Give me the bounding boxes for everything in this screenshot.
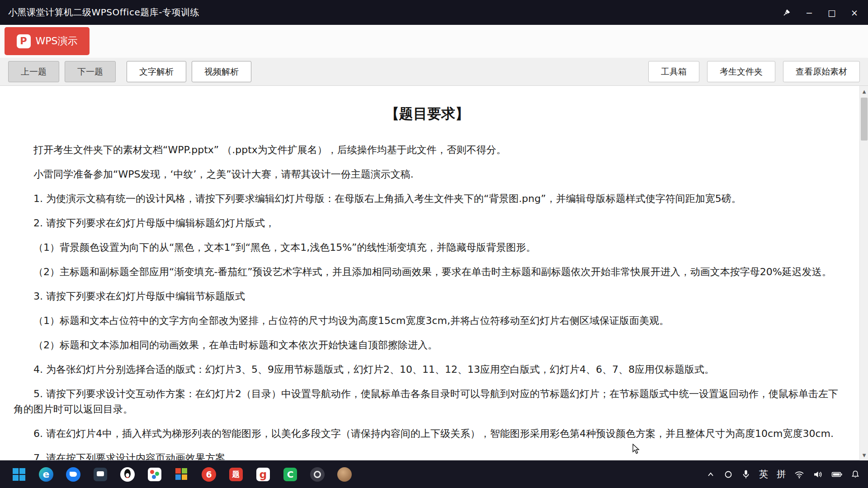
maximize-button[interactable]: □ <box>826 7 837 18</box>
language-english-indicator[interactable]: 英 <box>759 468 768 480</box>
paragraph: 1. 为使演示文稿有统一的设计风格，请按下列要求编辑幻灯片母版：在母版右上角插入… <box>14 191 841 206</box>
scroll-up-icon[interactable]: ▲ <box>860 87 868 96</box>
paragraph: 5. 请按下列要求设计交互动作方案：在幻灯片2（目录）中设置导航动作，使鼠标单击… <box>14 386 841 417</box>
paragraph: 小雷同学准备参加“WPS发现，‘中纹’，之美”设计大赛，请帮其设计一份主题演示文… <box>14 167 841 182</box>
question-body: 打开考生文件夹下的素材文档“WPP.pptx” （.pptx为文件扩展名），后续… <box>14 142 841 460</box>
question-content: 【题目要求】 打开考生文件夹下的素材文档“WPP.pptx” （.pptx为文件… <box>0 86 868 460</box>
paragraph: 3. 请按下列要求在幻灯片母版中编辑节标题版式 <box>14 289 841 304</box>
paragraph: 7. 请在按下列要求设计内容页动画效果方案 <box>14 450 841 460</box>
taskbar-app-icons: e 6 题 g C <box>0 460 358 488</box>
c-app-icon[interactable]: C <box>277 460 304 488</box>
windows-start-icon[interactable] <box>5 460 33 488</box>
obs-icon[interactable] <box>304 460 331 488</box>
next-question-button[interactable]: 下一题 <box>65 61 116 82</box>
paragraph: （1）背景颜色设置为向下的从“黑色，文本1”到“黑色，文本1,浅色15%”的线性… <box>14 240 841 255</box>
window-controls: − □ × <box>781 7 860 18</box>
view-material-button[interactable]: 查看原始素材 <box>783 61 860 82</box>
language-pinyin-indicator[interactable]: 拼 <box>777 468 786 480</box>
window-title: 小黑课堂计算机二级WPSOffice题库-专项训练 <box>8 6 199 19</box>
search-icon[interactable] <box>724 470 733 479</box>
close-button[interactable]: × <box>849 7 860 18</box>
battery-icon[interactable] <box>831 470 842 479</box>
user-avatar-icon[interactable] <box>331 460 358 488</box>
vertical-scrollbar[interactable]: ▲ ▼ <box>859 86 868 460</box>
browser-360-icon[interactable]: 6 <box>195 460 222 488</box>
windows-taskbar: e 6 题 g C <box>0 460 868 488</box>
text-analysis-button[interactable]: 文字解析 <box>127 61 186 82</box>
question-nav-group: 上一题 下一题 <box>8 61 116 82</box>
app-header: P WPS演示 上一题 下一题 文字解析 视频解析 工具箱 考生文件夹 查看原始… <box>0 25 868 86</box>
notification-bell-icon[interactable] <box>851 470 860 479</box>
tab-label: WPS演示 <box>36 34 78 48</box>
window-titlebar: 小黑课堂计算机二级WPSOffice题库-专项训练 − □ × <box>0 0 868 25</box>
paragraph: 打开考生文件夹下的素材文档“WPP.pptx” （.pptx为文件扩展名），后续… <box>14 142 841 158</box>
chat-dots-app-icon[interactable] <box>141 460 168 488</box>
toolbox-button[interactable]: 工具箱 <box>648 61 699 82</box>
pinwheel-app-icon[interactable] <box>168 460 195 488</box>
g-app-icon[interactable]: g <box>250 460 277 488</box>
dingtalk-icon[interactable] <box>60 460 87 488</box>
microphone-icon[interactable] <box>741 469 750 479</box>
minimize-button[interactable]: − <box>804 7 815 18</box>
tab-wps-presentation[interactable]: P WPS演示 <box>5 27 90 55</box>
qq-icon[interactable] <box>114 460 141 488</box>
wifi-icon[interactable] <box>794 470 804 479</box>
toolbar: 上一题 下一题 文字解析 视频解析 工具箱 考生文件夹 查看原始素材 <box>0 58 868 86</box>
paragraph: （1）标题和文本占位符中的文字方向全部改为竖排，占位符的尺寸均设为高度15cm宽… <box>14 313 841 328</box>
edge-browser-icon[interactable]: e <box>33 460 60 488</box>
paragraph: 4. 为各张幻灯片分别选择合适的版式：幻灯片3、5、9应用节标题版式，幻灯片2、… <box>14 362 841 377</box>
volume-icon[interactable] <box>813 470 823 479</box>
exam-folder-button[interactable]: 考生文件夹 <box>707 61 775 82</box>
chevron-up-icon[interactable] <box>706 470 715 479</box>
tiku-app-icon[interactable]: 题 <box>222 460 250 488</box>
system-tray: 英 拼 <box>706 468 868 480</box>
paragraph: （2）标题和文本添加相同的动画效果，在单击时标题和文本依次开始快速自顶部擦除进入… <box>14 338 841 353</box>
scrollbar-thumb[interactable] <box>861 98 868 141</box>
wps-presentation-icon: P <box>17 34 31 48</box>
toolbar-right-group: 工具箱 考生文件夹 查看原始素材 <box>648 61 860 82</box>
scroll-down-icon[interactable]: ▼ <box>860 450 868 460</box>
pin-icon[interactable] <box>781 7 792 18</box>
paragraph: （2）主标题和副标题全部应用“渐变填充-番茄红”预设艺术字样式，并且添加相同动画… <box>14 264 841 280</box>
analysis-group: 文字解析 视频解析 <box>127 61 251 82</box>
video-analysis-button[interactable]: 视频解析 <box>192 61 251 82</box>
paragraph: 6. 请在幻灯片4中，插入样式为梯形列表的智能图形，以美化多段文字（请保持内容间… <box>14 426 841 441</box>
prev-question-button[interactable]: 上一题 <box>8 61 59 82</box>
message-app-icon[interactable] <box>87 460 114 488</box>
question-title: 【题目要求】 <box>14 104 841 123</box>
paragraph: 2. 请按下列要求在幻灯片母版中编辑标题幻灯片版式， <box>14 216 841 231</box>
